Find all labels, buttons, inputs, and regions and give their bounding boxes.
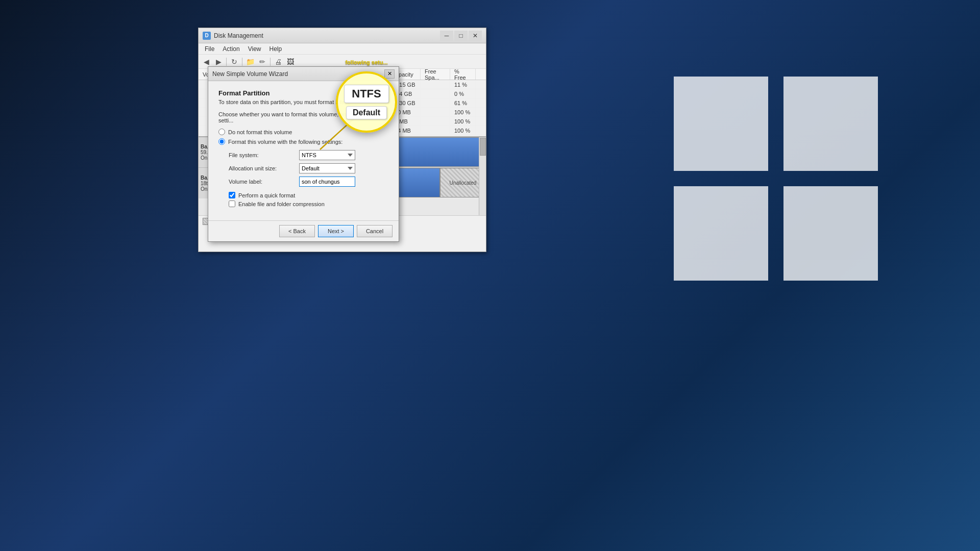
radio-no-format-input[interactable]: [218, 129, 225, 135]
toolbar-refresh[interactable]: ↻: [229, 56, 240, 67]
toolbar-separator-2: [242, 58, 242, 66]
menu-view[interactable]: View: [244, 44, 265, 54]
radio-format-label[interactable]: Format this volume with the following se…: [228, 139, 342, 145]
volume-label-row: Volume label:: [229, 177, 388, 187]
cell-free: [421, 117, 450, 126]
compression-label[interactable]: Enable file and folder compression: [238, 201, 325, 207]
minimize-button[interactable]: ─: [440, 31, 453, 41]
toolbar-btn5[interactable]: 🖨: [273, 56, 284, 67]
wizard-body: Format Partition To store data on this p…: [208, 81, 399, 220]
menu-help[interactable]: Help: [265, 44, 286, 54]
cancel-button[interactable]: Cancel: [357, 225, 393, 237]
windows-logo: [674, 77, 878, 281]
allocation-select[interactable]: Default 512 1024 2048 4096: [299, 163, 355, 173]
filesystem-select[interactable]: NTFS FAT32 exFAT: [299, 150, 355, 160]
cell-free: [421, 108, 450, 116]
title-bar-controls: ─ □ ✕: [440, 31, 482, 41]
toolbar-btn4[interactable]: ✏: [257, 56, 268, 67]
filesystem-row: File system: NTFS FAT32 exFAT: [229, 150, 388, 160]
wizard-dialog: New Simple Volume Wizard ✕ Format Partit…: [208, 66, 399, 242]
disk-mgmt-title: Disk Management: [214, 32, 440, 39]
cell-pct: 61 %: [450, 98, 476, 107]
toolbar-separator-1: [226, 58, 227, 66]
cell-free: [421, 89, 450, 98]
radio-no-format-label[interactable]: Do not format this volume: [228, 129, 292, 135]
wizard-title-bar: New Simple Volume Wizard ✕: [208, 67, 399, 81]
wizard-title: New Simple Volume Wizard: [212, 70, 384, 78]
cell-free: [421, 98, 450, 107]
allocation-row: Allocation unit size: Default 512 1024 2…: [229, 163, 388, 173]
filesystem-label: File system:: [229, 152, 295, 158]
format-radio-group: Do not format this volume Format this vo…: [218, 129, 388, 145]
quick-format-item: Perform a quick format: [229, 192, 388, 198]
compression-checkbox[interactable]: [229, 201, 235, 207]
col-freespace: Free Spa...: [421, 69, 450, 80]
toolbar-btn6[interactable]: 🖼: [285, 56, 296, 67]
toolbar-btn3[interactable]: 📁: [244, 56, 256, 67]
allocation-label: Allocation unit size:: [229, 165, 295, 171]
compression-item: Enable file and folder compression: [229, 201, 388, 207]
radio-format: Format this volume with the following se…: [218, 138, 388, 145]
toolbar-back[interactable]: ◀: [201, 56, 212, 67]
radio-no-format: Do not format this volume: [218, 129, 388, 135]
wizard-footer: < Back Next > Cancel: [208, 220, 399, 241]
disk-mgmt-icon: D: [203, 32, 211, 40]
disk-view-scroll-thumb[interactable]: [480, 138, 486, 156]
next-button[interactable]: Next >: [318, 225, 354, 237]
menu-action[interactable]: Action: [218, 44, 243, 54]
quick-format-checkbox[interactable]: [229, 192, 235, 198]
cell-pct: 11 %: [450, 80, 476, 89]
toolbar-forward[interactable]: ▶: [213, 56, 224, 67]
toolbar-separator-3: [270, 58, 271, 66]
menu-file[interactable]: File: [201, 44, 218, 54]
maximize-button[interactable]: □: [454, 31, 468, 41]
cell-pct: 100 %: [450, 126, 476, 135]
menu-bar: File Action View Help: [199, 43, 486, 55]
wizard-section-title: Format Partition: [218, 89, 388, 97]
wizard-question: Choose whether you want to format this v…: [218, 111, 388, 123]
wizard-close-button[interactable]: ✕: [384, 69, 395, 79]
disk-view-scrollbar[interactable]: [479, 137, 486, 215]
format-checkbox-group: Perform a quick format Enable file and f…: [229, 192, 388, 207]
cell-free: [421, 126, 450, 135]
back-button[interactable]: < Back: [279, 225, 315, 237]
cell-pct: 100 %: [450, 117, 476, 126]
wizard-section-desc: To store data on this partition, you mus…: [218, 99, 388, 105]
cell-pct: 0 %: [450, 89, 476, 98]
volume-label-input[interactable]: [299, 177, 355, 187]
radio-format-input[interactable]: [218, 138, 225, 145]
disk-mgmt-title-bar: D Disk Management ─ □ ✕: [199, 28, 486, 43]
format-settings-form: File system: NTFS FAT32 exFAT Allocation…: [229, 150, 388, 187]
col-pctfree: % Free: [450, 69, 476, 80]
cell-free: [421, 80, 450, 89]
cell-pct: 100 %: [450, 108, 476, 116]
close-button[interactable]: ✕: [469, 31, 482, 41]
volume-label-label: Volume label:: [229, 179, 295, 185]
quick-format-label[interactable]: Perform a quick format: [238, 192, 295, 198]
